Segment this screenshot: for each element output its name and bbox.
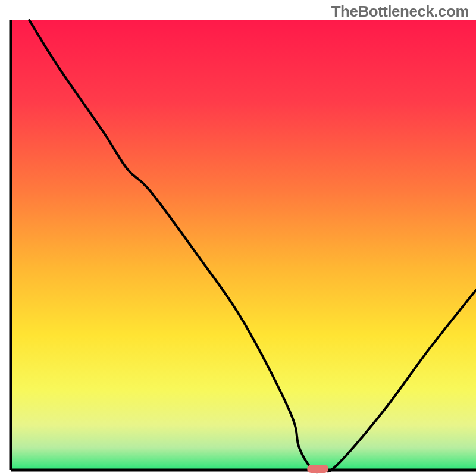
chart-container: TheBottleneck.com <box>0 0 476 476</box>
watermark-text: TheBottleneck.com <box>331 2 469 21</box>
gradient-background <box>11 20 476 470</box>
optimal-marker <box>307 465 328 473</box>
bottleneck-chart <box>0 0 476 476</box>
